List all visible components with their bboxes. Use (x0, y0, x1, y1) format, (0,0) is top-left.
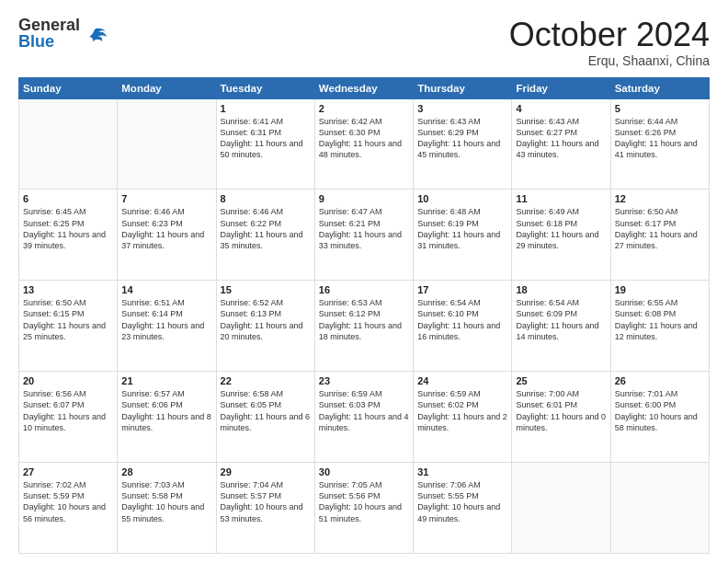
daylight-text: Daylight: 11 hours and 2 minutes. (417, 411, 507, 433)
day-number: 24 (417, 375, 507, 386)
cell-info: Sunrise: 6:49 AMSunset: 6:18 PMDaylight:… (516, 206, 606, 251)
calendar-cell: 27Sunrise: 7:02 AMSunset: 5:59 PMDayligh… (19, 463, 118, 554)
sunrise-text: Sunrise: 6:59 AM (319, 388, 409, 399)
day-number: 3 (417, 103, 507, 114)
sunrise-text: Sunrise: 6:53 AM (319, 297, 409, 308)
cell-info: Sunrise: 6:54 AMSunset: 6:10 PMDaylight:… (417, 297, 507, 342)
cell-info: Sunrise: 6:46 AMSunset: 6:22 PMDaylight:… (221, 206, 311, 251)
calendar-cell: 21Sunrise: 6:57 AMSunset: 6:06 PMDayligh… (118, 372, 216, 463)
cell-info: Sunrise: 6:44 AMSunset: 6:26 PMDaylight:… (615, 116, 705, 161)
sunrise-text: Sunrise: 6:59 AM (417, 388, 507, 399)
sunrise-text: Sunrise: 6:46 AM (121, 206, 211, 217)
sunrise-text: Sunrise: 6:45 AM (23, 206, 113, 217)
cell-info: Sunrise: 6:42 AMSunset: 6:30 PMDaylight:… (319, 116, 409, 161)
daylight-text: Daylight: 11 hours and 18 minutes. (319, 320, 409, 342)
logo-wordmark: General Blue (18, 17, 80, 50)
day-number: 15 (221, 284, 311, 295)
sunrise-text: Sunrise: 6:44 AM (615, 116, 705, 127)
calendar-week-row: 20Sunrise: 6:56 AMSunset: 6:07 PMDayligh… (19, 372, 710, 463)
calendar-header: Sunday Monday Tuesday Wednesday Thursday… (19, 77, 710, 98)
sunset-text: Sunset: 6:21 PM (319, 218, 409, 229)
daylight-text: Daylight: 11 hours and 6 minutes. (221, 411, 311, 433)
cell-info: Sunrise: 6:56 AMSunset: 6:07 PMDaylight:… (23, 388, 113, 433)
logo-blue-text: Blue (18, 33, 80, 50)
sunset-text: Sunset: 6:18 PM (516, 218, 606, 229)
sunset-text: Sunset: 5:59 PM (23, 490, 113, 501)
daylight-text: Daylight: 10 hours and 53 minutes. (221, 501, 311, 523)
daylight-text: Daylight: 10 hours and 51 minutes. (319, 501, 409, 523)
cell-info: Sunrise: 6:50 AMSunset: 6:17 PMDaylight:… (615, 206, 705, 251)
cell-info: Sunrise: 6:54 AMSunset: 6:09 PMDaylight:… (516, 297, 606, 342)
sunset-text: Sunset: 6:27 PM (516, 127, 606, 138)
sunset-text: Sunset: 6:00 PM (615, 399, 705, 410)
sunset-text: Sunset: 6:03 PM (319, 399, 409, 410)
sunset-text: Sunset: 5:58 PM (121, 490, 211, 501)
day-number: 23 (319, 375, 409, 386)
calendar-cell: 23Sunrise: 6:59 AMSunset: 6:03 PMDayligh… (314, 372, 413, 463)
cell-info: Sunrise: 6:46 AMSunset: 6:23 PMDaylight:… (121, 206, 211, 251)
daylight-text: Daylight: 11 hours and 25 minutes. (23, 320, 113, 342)
calendar-cell: 3Sunrise: 6:43 AMSunset: 6:29 PMDaylight… (414, 98, 512, 190)
logo: General Blue (18, 17, 108, 50)
calendar-cell: 22Sunrise: 6:58 AMSunset: 6:05 PMDayligh… (216, 372, 314, 463)
day-number: 8 (221, 193, 311, 204)
day-number: 5 (615, 103, 705, 114)
sunset-text: Sunset: 6:23 PM (121, 218, 211, 229)
sunset-text: Sunset: 5:56 PM (319, 490, 409, 501)
cell-info: Sunrise: 6:47 AMSunset: 6:21 PMDaylight:… (319, 206, 409, 251)
daylight-text: Daylight: 10 hours and 49 minutes. (417, 501, 507, 523)
calendar-cell: 12Sunrise: 6:50 AMSunset: 6:17 PMDayligh… (610, 190, 709, 281)
cell-info: Sunrise: 6:50 AMSunset: 6:15 PMDaylight:… (23, 297, 113, 342)
calendar-week-row: 13Sunrise: 6:50 AMSunset: 6:15 PMDayligh… (19, 281, 710, 372)
cell-info: Sunrise: 7:03 AMSunset: 5:58 PMDaylight:… (121, 479, 211, 524)
header-monday: Monday (118, 77, 216, 98)
calendar-cell: 18Sunrise: 6:54 AMSunset: 6:09 PMDayligh… (512, 281, 610, 372)
daylight-text: Daylight: 11 hours and 27 minutes. (615, 229, 705, 251)
daylight-text: Daylight: 11 hours and 20 minutes. (221, 320, 311, 342)
cell-info: Sunrise: 6:52 AMSunset: 6:13 PMDaylight:… (221, 297, 311, 342)
daylight-text: Daylight: 11 hours and 33 minutes. (319, 229, 409, 251)
cell-info: Sunrise: 7:05 AMSunset: 5:56 PMDaylight:… (319, 479, 409, 524)
subtitle: Erqu, Shaanxi, China (509, 53, 710, 68)
sunset-text: Sunset: 6:26 PM (615, 127, 705, 138)
sunrise-text: Sunrise: 6:41 AM (221, 116, 311, 127)
day-number: 26 (615, 375, 705, 386)
cell-info: Sunrise: 7:00 AMSunset: 6:01 PMDaylight:… (516, 388, 606, 433)
sunrise-text: Sunrise: 6:54 AM (516, 297, 606, 308)
weekday-header-row: Sunday Monday Tuesday Wednesday Thursday… (19, 77, 710, 98)
daylight-text: Daylight: 10 hours and 58 minutes. (615, 411, 705, 433)
cell-info: Sunrise: 6:48 AMSunset: 6:19 PMDaylight:… (417, 206, 507, 251)
day-number: 25 (516, 375, 606, 386)
calendar-cell: 31Sunrise: 7:06 AMSunset: 5:55 PMDayligh… (414, 463, 512, 554)
daylight-text: Daylight: 11 hours and 43 minutes. (516, 138, 606, 160)
day-number: 16 (319, 284, 409, 295)
calendar-cell: 7Sunrise: 6:46 AMSunset: 6:23 PMDaylight… (118, 190, 216, 281)
calendar-cell: 19Sunrise: 6:55 AMSunset: 6:08 PMDayligh… (610, 281, 709, 372)
sunrise-text: Sunrise: 6:57 AM (121, 388, 211, 399)
sunset-text: Sunset: 6:07 PM (23, 399, 113, 410)
header: General Blue October 2024 Erqu, Shaanxi,… (18, 17, 710, 68)
cell-info: Sunrise: 6:55 AMSunset: 6:08 PMDaylight:… (615, 297, 705, 342)
daylight-text: Daylight: 11 hours and 8 minutes. (121, 411, 211, 433)
daylight-text: Daylight: 11 hours and 12 minutes. (615, 320, 705, 342)
day-number: 4 (516, 103, 606, 114)
header-tuesday: Tuesday (216, 77, 314, 98)
sunrise-text: Sunrise: 6:43 AM (516, 116, 606, 127)
header-wednesday: Wednesday (314, 77, 413, 98)
calendar-cell: 15Sunrise: 6:52 AMSunset: 6:13 PMDayligh… (216, 281, 314, 372)
calendar-cell: 8Sunrise: 6:46 AMSunset: 6:22 PMDaylight… (216, 190, 314, 281)
day-number: 17 (417, 284, 507, 295)
sunset-text: Sunset: 6:25 PM (23, 218, 113, 229)
sunrise-text: Sunrise: 6:56 AM (23, 388, 113, 399)
daylight-text: Daylight: 10 hours and 55 minutes. (121, 501, 211, 523)
sunset-text: Sunset: 6:12 PM (319, 308, 409, 319)
day-number: 9 (319, 193, 409, 204)
sunset-text: Sunset: 6:14 PM (121, 308, 211, 319)
day-number: 6 (23, 193, 113, 204)
month-title: October 2024 (509, 17, 710, 53)
day-number: 29 (221, 466, 311, 477)
daylight-text: Daylight: 11 hours and 35 minutes. (221, 229, 311, 251)
calendar-cell: 1Sunrise: 6:41 AMSunset: 6:31 PMDaylight… (216, 98, 314, 190)
cell-info: Sunrise: 7:04 AMSunset: 5:57 PMDaylight:… (221, 479, 311, 524)
sunrise-text: Sunrise: 6:43 AM (417, 116, 507, 127)
